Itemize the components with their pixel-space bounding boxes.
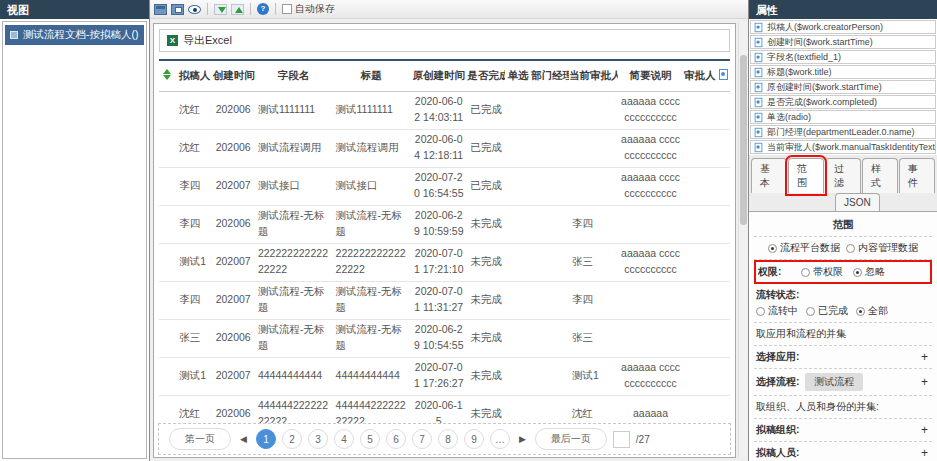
table-row[interactable]: 测试12020072222222222222222222222222222222… [159, 243, 730, 281]
property-field[interactable]: 字段名(textfield_1) [750, 50, 936, 64]
property-field[interactable]: 部门经理(departmentLeader.0.name) [750, 125, 936, 139]
property-field[interactable]: 原创建时间($work.startTime) [750, 80, 936, 94]
next-page-icon[interactable]: ▶ [516, 434, 529, 444]
row-select-cell [159, 91, 176, 129]
column-header-审批人[interactable]: 审批人 [683, 60, 716, 91]
property-field[interactable]: 标题($work.title) [750, 65, 936, 79]
column-header-原创建时间[interactable]: 原创建时间 [410, 60, 467, 91]
tab-基本[interactable]: 基本 [751, 158, 787, 193]
table-row[interactable]: 张三202006测试流程-无标题测试流程-无标题2020-06-29 10:54… [159, 319, 730, 357]
column-header-单选[interactable]: 单选 [505, 60, 531, 91]
import-icon[interactable] [214, 4, 227, 15]
property-field-label: 原创建时间($work.startTime) [767, 81, 882, 94]
field-doc-icon [755, 82, 763, 91]
view-item-test-process-doc[interactable]: 测试流程文档-按拟稿人() [5, 25, 144, 45]
table-row[interactable]: 李四202007测试流程-无标题测试流程-无标题2020-07-01 11:31… [159, 281, 730, 319]
row-select-cell [159, 319, 176, 357]
panel-layout-icon[interactable] [154, 4, 167, 15]
page-button-1[interactable]: 1 [256, 429, 276, 449]
cell-dept_manager [531, 319, 569, 357]
cell-orig_create_time: 2020-06-29 10:54:55 [410, 319, 467, 357]
page-button-6[interactable]: 6 [386, 429, 406, 449]
property-field-label: 是否完成($work.completed) [767, 96, 877, 109]
last-page-button[interactable]: 最后一页 [535, 428, 607, 450]
cell-completed: 已完成 [467, 129, 505, 167]
export-excel-button[interactable]: 导出Excel [183, 33, 232, 48]
column-header-是否完成[interactable]: 是否完成 [467, 60, 505, 91]
tab-事件[interactable]: 事件 [899, 158, 935, 193]
radio-option-内容管理数据[interactable]: 内容管理数据 [846, 241, 918, 255]
panel-save-icon[interactable] [171, 4, 184, 15]
page-number-list: 123456789… [256, 429, 510, 449]
page-button-5[interactable]: 5 [360, 429, 380, 449]
help-icon[interactable]: ? [257, 3, 269, 15]
results-table-area: 拟稿人创建时间字段名标题原创建时间是否完成单选部门经理当前审批人简要说明审批人 … [159, 59, 730, 434]
property-field-label: 当前审批人($work.manualTaskIdentityText) [767, 141, 936, 154]
column-header-当前审批人[interactable]: 当前审批人 [569, 60, 618, 91]
radio-option-流转中[interactable]: 流转中 [756, 304, 798, 318]
sort-column-header[interactable] [159, 60, 176, 91]
data-source-radio-row: 流程平台数据内容管理数据 [754, 237, 932, 260]
sort-icon [163, 69, 172, 80]
radio-option-忽略[interactable]: 忽略 [853, 265, 885, 279]
column-header-部门经理[interactable]: 部门经理 [531, 60, 569, 91]
scrollbar-thumb[interactable] [740, 55, 747, 225]
process-tag[interactable]: 测试流程 [805, 373, 863, 391]
flow-status-radio-row: 流转状态: 流转中已完成全部 [754, 284, 932, 323]
add-draft-org-button[interactable]: + [919, 423, 930, 437]
page-ellipsis[interactable]: … [490, 429, 510, 449]
column-header-字段名[interactable]: 字段名 [255, 60, 333, 91]
export-icon[interactable] [231, 4, 244, 15]
page-button-8[interactable]: 8 [438, 429, 458, 449]
autosave-checkbox[interactable] [282, 4, 292, 14]
property-field[interactable]: 拟稿人($work.creatorPerson) [750, 20, 936, 34]
table-row[interactable]: 李四202006测试流程-无标题测试流程-无标题2020-06-29 10:59… [159, 205, 730, 243]
property-field[interactable]: 创建时间($work.startTime) [750, 35, 936, 49]
cell-radio [505, 91, 531, 129]
radio-option-带权限[interactable]: 带权限 [801, 265, 843, 279]
page-button-2[interactable]: 2 [282, 429, 302, 449]
doc-column-header[interactable] [716, 60, 730, 91]
tab-JSON[interactable]: JSON [835, 193, 880, 211]
column-header-标题[interactable]: 标题 [333, 60, 411, 91]
page-button-7[interactable]: 7 [412, 429, 432, 449]
table-row[interactable]: 李四202007测试接口测试接口2020-07-20 16:54:55已完成aa… [159, 167, 730, 205]
radio-option-流程平台数据[interactable]: 流程平台数据 [768, 241, 840, 255]
radio-option-全部[interactable]: 全部 [856, 304, 888, 318]
property-field[interactable]: 是否完成($work.completed) [750, 95, 936, 109]
main-vertical-scrollbar[interactable] [738, 23, 748, 458]
tab-过滤[interactable]: 过滤 [825, 158, 861, 193]
column-header-创建时间[interactable]: 创建时间 [213, 60, 255, 91]
page-button-4[interactable]: 4 [334, 429, 354, 449]
radio-option-已完成[interactable]: 已完成 [806, 304, 848, 318]
add-process-button[interactable]: + [919, 375, 930, 389]
tab-范围[interactable]: 范围 [788, 158, 824, 193]
table-row[interactable]: 测试120200744444444444444444444442020-07-0… [159, 357, 730, 395]
table-row[interactable]: 沈红202006测试流程调用测试流程调用2020-06-04 12:18:11已… [159, 129, 730, 167]
cell-title: 44444444444 [333, 357, 411, 395]
main-area: ? 自动保存 X 导出Excel 拟稿人创建时间字段名标题原创建时间是否完成单选… [150, 0, 748, 461]
column-header-简要说明[interactable]: 简要说明 [618, 60, 683, 91]
table-row[interactable]: 沈红202006测试1111111测试11111112020-06-02 14:… [159, 91, 730, 129]
cell-radio [505, 281, 531, 319]
tab-样式[interactable]: 样式 [862, 158, 898, 193]
permission-radio-row: 权限: 带权限忽略 [754, 260, 932, 284]
properties-panel-title: 属性 [749, 0, 937, 19]
add-draft-person-button[interactable]: + [919, 446, 930, 460]
property-field[interactable]: 单选(radio) [750, 110, 936, 124]
radio-option-label: 流程平台数据 [780, 241, 840, 255]
page-button-3[interactable]: 3 [308, 429, 328, 449]
cell-completed: 已完成 [467, 91, 505, 129]
properties-tabs: 基本范围过滤样式事件 JSON [749, 155, 937, 211]
first-page-button[interactable]: 第一页 [169, 428, 231, 450]
cell-approver [683, 281, 716, 319]
property-field[interactable]: 当前审批人($work.manualTaskIdentityText) [750, 140, 936, 154]
flow-status-options: 流转中已完成全部 [756, 304, 888, 318]
prev-page-icon[interactable]: ◀ [237, 434, 250, 444]
add-app-button[interactable]: + [919, 350, 930, 364]
column-header-拟稿人[interactable]: 拟稿人 [176, 60, 213, 91]
app-window: 视图 测试流程文档-按拟稿人() ? 自动保存 X [0, 0, 937, 461]
preview-eye-icon[interactable] [188, 5, 201, 14]
page-jump-input[interactable] [613, 431, 630, 448]
page-button-9[interactable]: 9 [464, 429, 484, 449]
